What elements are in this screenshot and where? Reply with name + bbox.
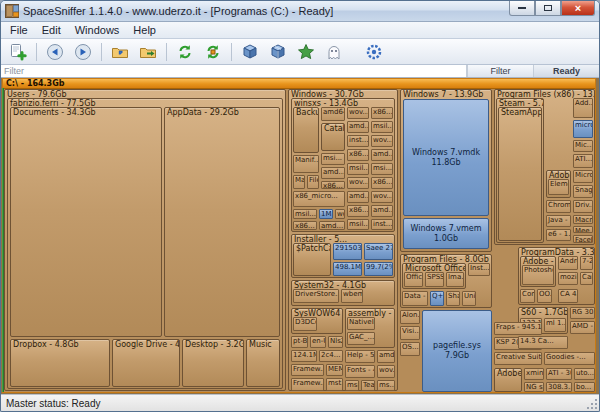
treemap-file-block[interactable]: pagefile.sys7.9Gb <box>422 310 492 392</box>
treemap-file-block[interactable]: Q+R <box>430 291 444 306</box>
treemap-folder-block[interactable]: amd... <box>371 205 393 217</box>
treemap-folder-block[interactable]: msil... <box>347 163 369 175</box>
treemap-folder-block[interactable]: RG 30... <box>570 307 595 319</box>
treemap-folder-block[interactable]: Manif... <box>293 155 319 173</box>
treemap-folder-block[interactable]: pt-BR... <box>291 336 308 348</box>
treemap-folder-block[interactable]: msil... <box>347 219 369 230</box>
treemap-folder-block[interactable]: inst... <box>371 219 393 230</box>
treemap-folder-block[interactable]: NG s... <box>524 382 544 392</box>
treemap-folder-block[interactable]: OS... <box>400 342 420 356</box>
treemap-folder-block[interactable]: Google Drive - 4.8Gb <box>112 339 180 387</box>
treemap-folder-block[interactable]: wov... <box>377 365 395 378</box>
treemap-folder-block[interactable]: amd... <box>321 167 345 179</box>
back-button[interactable] <box>42 40 68 63</box>
treemap-folder-block[interactable]: x86... <box>371 107 393 119</box>
treemap-folder-block[interactable]: SPSS... <box>425 272 444 287</box>
treemap-folder-block[interactable]: x86_micro... <box>293 191 345 207</box>
treemap-folder-block[interactable]: xmind... <box>524 368 544 380</box>
treemap-folder-block[interactable]: Creative Suite... <box>494 352 542 365</box>
treemap-folder-block[interactable]: mst... <box>326 378 343 391</box>
treemap-folder-block[interactable]: x86... <box>293 221 317 230</box>
treemap-folder-block[interactable]: Java - 7... <box>546 215 571 227</box>
treemap-folder-block[interactable]: Sha... <box>446 291 460 306</box>
treemap-folder-block[interactable]: mozil... <box>558 272 578 285</box>
menu-file[interactable]: File <box>3 23 35 37</box>
treemap-folder-block[interactable]: OO... <box>537 289 552 303</box>
treemap-folder-block[interactable]: Elements... <box>548 179 569 195</box>
treemap-folder-block[interactable]: wov... <box>335 209 345 219</box>
treemap-folder-block[interactable]: Dropbox - 4.8Gb <box>10 339 110 387</box>
treemap-folder-block[interactable]: Con... <box>520 289 535 303</box>
maximize-button[interactable] <box>535 1 561 16</box>
treemap-folder-block[interactable]: msil... <box>345 380 359 391</box>
treemap-folder-block[interactable]: Macror... <box>573 215 593 224</box>
treemap-folder-block[interactable]: Documents - 34.3Gb <box>10 107 162 337</box>
treemap-folder-block[interactable]: Snagit... <box>573 185 593 198</box>
more-detail-button[interactable] <box>265 40 291 63</box>
treemap-file-block[interactable]: Windows 7.vmdk11.8Gb <box>403 99 489 216</box>
treemap-folder-block[interactable]: AppData - 29.2Gb <box>164 107 280 337</box>
treemap-folder-block[interactable]: inst... <box>347 135 369 147</box>
treemap-folder-block[interactable]: Framew... <box>291 378 324 391</box>
treemap-folder-block[interactable]: File... <box>307 175 319 189</box>
treemap-folder-block[interactable]: uto... <box>574 368 595 380</box>
treemap-file-block[interactable]: Windows 7.vmem1.0Gb <box>403 218 489 249</box>
treemap-folder-block[interactable]: Inst... <box>468 263 490 276</box>
treemap-folder-block[interactable]: Micros... <box>573 170 593 183</box>
configure-button[interactable] <box>361 40 387 63</box>
refresh-button[interactable] <box>172 40 198 63</box>
new-snapshot-button[interactable] <box>5 40 31 63</box>
menu-edit[interactable]: Edit <box>35 23 68 37</box>
treemap-folder-block[interactable]: wov... <box>371 135 393 147</box>
treemap-folder-block[interactable]: Framew... <box>291 364 324 376</box>
treemap-folder-block[interactable]: wbem... <box>341 289 363 303</box>
treemap-folder-block[interactable]: Help - 50... <box>345 350 375 363</box>
treemap-folder-block[interactable]: GAC_... <box>347 332 375 345</box>
treemap-folder-block[interactable]: Man(i... <box>293 175 305 189</box>
treemap-folder-block[interactable]: Facebo... <box>573 235 593 243</box>
treemap-folder-block[interactable]: Fraps - 945.1Mb <box>494 322 542 335</box>
treemap-folder-block[interactable]: x86... <box>347 205 369 217</box>
treemap-folder-block[interactable]: Android... <box>558 256 578 270</box>
filter-input[interactable] <box>1 65 467 77</box>
treemap-folder-block[interactable]: 7-2... <box>580 256 593 270</box>
treemap-folder-block[interactable]: x86... <box>321 181 345 189</box>
treemap-folder-block[interactable]: x86... <box>371 177 393 189</box>
free-space-ghost-button[interactable] <box>321 40 347 63</box>
treemap-file-block[interactable]: 291503.n 21cl.a2b... <box>333 243 362 260</box>
treemap-folder-block[interactable]: Data - 1.5Gb <box>402 291 428 306</box>
treemap-folder-block[interactable]: amd64... <box>321 107 345 121</box>
treemap-folder-block[interactable]: msi... <box>371 163 393 175</box>
menu-windows[interactable]: Windows <box>68 23 127 37</box>
treemap-folder-block[interactable]: wov... <box>347 177 369 189</box>
menu-help[interactable]: Help <box>126 23 163 37</box>
treemap-folder-block[interactable]: Chrome - 36... <box>546 200 571 213</box>
less-detail-button[interactable] <box>237 40 263 63</box>
title-bar[interactable]: SpaceSniffer 1.1.4.0 - www.uderzo.it - [… <box>1 1 599 22</box>
filter-segment-button[interactable]: Filter <box>467 65 533 77</box>
treemap-folder-block[interactable]: ATI - 308... <box>546 368 572 380</box>
resize-grip[interactable] <box>586 398 597 409</box>
treemap-folder-block[interactable]: Goodies -... <box>544 352 595 365</box>
treemap-folder-block[interactable]: Add... <box>573 98 593 118</box>
treemap-folder-block[interactable]: Driv... <box>573 200 593 213</box>
treemap-folder-block[interactable]: msil... <box>293 209 317 219</box>
filter-star-button[interactable] <box>293 40 319 63</box>
treemap-folder-block[interactable]: Fonts - 4... <box>345 365 375 378</box>
treemap-folder-block[interactable]: Uni... <box>462 291 476 306</box>
treemap-folder-block[interactable]: Photoshop E... <box>522 265 554 285</box>
treemap-folder-block[interactable]: amd... <box>377 350 395 363</box>
treemap-file-block[interactable]: Saee 271 1c5a... <box>364 243 393 260</box>
treemap-folder-block[interactable]: Office1... <box>404 272 423 287</box>
treemap-folder-block[interactable]: wov... <box>371 191 393 203</box>
treemap-folder-block[interactable]: 308.3... <box>546 382 572 392</box>
treemap-folder-block[interactable]: Desktop - 3.2Gb <box>182 339 244 387</box>
treemap-folder-block[interactable]: Mee... <box>573 226 593 233</box>
treemap-folder-block[interactable]: Adobe... <box>494 368 522 392</box>
export-button[interactable] <box>135 40 161 63</box>
treemap-folder-block[interactable]: Music <box>246 339 280 387</box>
treemap-folder-block[interactable]: Alon... <box>400 310 420 324</box>
treemap-folder-block[interactable]: msil... <box>371 121 393 133</box>
treemap-folder-block[interactable]: Catalogs... <box>321 123 345 151</box>
treemap-file-block[interactable]: 498.1Mb (1.8... <box>333 262 362 276</box>
